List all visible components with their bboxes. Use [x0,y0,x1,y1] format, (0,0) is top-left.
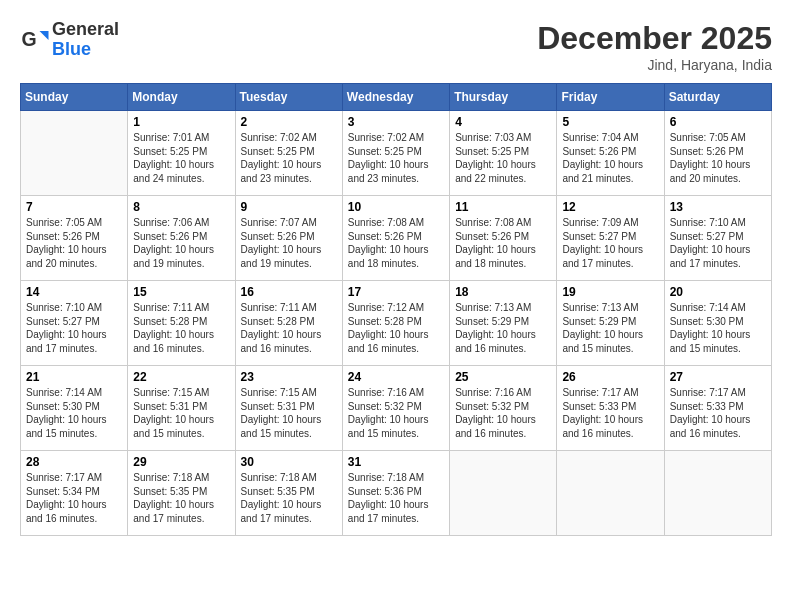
calendar-cell: 23Sunrise: 7:15 AMSunset: 5:31 PMDayligh… [235,366,342,451]
day-number: 14 [26,285,122,299]
logo: G General Blue [20,20,119,60]
calendar-cell: 15Sunrise: 7:11 AMSunset: 5:28 PMDayligh… [128,281,235,366]
cell-info: Sunrise: 7:13 AMSunset: 5:29 PMDaylight:… [562,301,658,355]
cell-info: Sunrise: 7:14 AMSunset: 5:30 PMDaylight:… [26,386,122,440]
day-number: 11 [455,200,551,214]
day-number: 25 [455,370,551,384]
cell-info: Sunrise: 7:04 AMSunset: 5:26 PMDaylight:… [562,131,658,185]
day-number: 19 [562,285,658,299]
weekday-header-monday: Monday [128,84,235,111]
location: Jind, Haryana, India [537,57,772,73]
calendar-cell: 11Sunrise: 7:08 AMSunset: 5:26 PMDayligh… [450,196,557,281]
calendar-cell [21,111,128,196]
cell-info: Sunrise: 7:05 AMSunset: 5:26 PMDaylight:… [26,216,122,270]
day-number: 18 [455,285,551,299]
cell-info: Sunrise: 7:06 AMSunset: 5:26 PMDaylight:… [133,216,229,270]
calendar-week-row: 21Sunrise: 7:14 AMSunset: 5:30 PMDayligh… [21,366,772,451]
calendar-cell: 5Sunrise: 7:04 AMSunset: 5:26 PMDaylight… [557,111,664,196]
day-number: 13 [670,200,766,214]
cell-info: Sunrise: 7:17 AMSunset: 5:34 PMDaylight:… [26,471,122,525]
cell-info: Sunrise: 7:15 AMSunset: 5:31 PMDaylight:… [133,386,229,440]
calendar-cell: 29Sunrise: 7:18 AMSunset: 5:35 PMDayligh… [128,451,235,536]
calendar-cell [450,451,557,536]
month-title: December 2025 [537,20,772,57]
cell-info: Sunrise: 7:02 AMSunset: 5:25 PMDaylight:… [348,131,444,185]
cell-info: Sunrise: 7:17 AMSunset: 5:33 PMDaylight:… [670,386,766,440]
calendar-week-row: 1Sunrise: 7:01 AMSunset: 5:25 PMDaylight… [21,111,772,196]
cell-info: Sunrise: 7:16 AMSunset: 5:32 PMDaylight:… [455,386,551,440]
calendar-table: SundayMondayTuesdayWednesdayThursdayFrid… [20,83,772,536]
cell-info: Sunrise: 7:18 AMSunset: 5:35 PMDaylight:… [241,471,337,525]
calendar-cell [557,451,664,536]
calendar-cell: 13Sunrise: 7:10 AMSunset: 5:27 PMDayligh… [664,196,771,281]
calendar-cell: 26Sunrise: 7:17 AMSunset: 5:33 PMDayligh… [557,366,664,451]
day-number: 10 [348,200,444,214]
calendar-cell: 17Sunrise: 7:12 AMSunset: 5:28 PMDayligh… [342,281,449,366]
cell-info: Sunrise: 7:18 AMSunset: 5:35 PMDaylight:… [133,471,229,525]
day-number: 26 [562,370,658,384]
weekday-header-sunday: Sunday [21,84,128,111]
day-number: 30 [241,455,337,469]
cell-info: Sunrise: 7:11 AMSunset: 5:28 PMDaylight:… [133,301,229,355]
logo-icon: G [20,25,50,55]
calendar-cell: 4Sunrise: 7:03 AMSunset: 5:25 PMDaylight… [450,111,557,196]
calendar-cell: 21Sunrise: 7:14 AMSunset: 5:30 PMDayligh… [21,366,128,451]
cell-info: Sunrise: 7:14 AMSunset: 5:30 PMDaylight:… [670,301,766,355]
calendar-week-row: 14Sunrise: 7:10 AMSunset: 5:27 PMDayligh… [21,281,772,366]
calendar-cell: 20Sunrise: 7:14 AMSunset: 5:30 PMDayligh… [664,281,771,366]
weekday-header-friday: Friday [557,84,664,111]
cell-info: Sunrise: 7:02 AMSunset: 5:25 PMDaylight:… [241,131,337,185]
cell-info: Sunrise: 7:08 AMSunset: 5:26 PMDaylight:… [455,216,551,270]
cell-info: Sunrise: 7:11 AMSunset: 5:28 PMDaylight:… [241,301,337,355]
calendar-week-row: 28Sunrise: 7:17 AMSunset: 5:34 PMDayligh… [21,451,772,536]
calendar-cell: 3Sunrise: 7:02 AMSunset: 5:25 PMDaylight… [342,111,449,196]
calendar-cell: 28Sunrise: 7:17 AMSunset: 5:34 PMDayligh… [21,451,128,536]
calendar-cell: 10Sunrise: 7:08 AMSunset: 5:26 PMDayligh… [342,196,449,281]
day-number: 3 [348,115,444,129]
cell-info: Sunrise: 7:01 AMSunset: 5:25 PMDaylight:… [133,131,229,185]
calendar-cell: 30Sunrise: 7:18 AMSunset: 5:35 PMDayligh… [235,451,342,536]
weekday-header-tuesday: Tuesday [235,84,342,111]
page-header: G General Blue December 2025 Jind, Harya… [20,20,772,73]
day-number: 7 [26,200,122,214]
title-block: December 2025 Jind, Haryana, India [537,20,772,73]
calendar-cell: 24Sunrise: 7:16 AMSunset: 5:32 PMDayligh… [342,366,449,451]
day-number: 22 [133,370,229,384]
calendar-cell: 19Sunrise: 7:13 AMSunset: 5:29 PMDayligh… [557,281,664,366]
calendar-cell: 14Sunrise: 7:10 AMSunset: 5:27 PMDayligh… [21,281,128,366]
calendar-cell: 25Sunrise: 7:16 AMSunset: 5:32 PMDayligh… [450,366,557,451]
calendar-cell: 1Sunrise: 7:01 AMSunset: 5:25 PMDaylight… [128,111,235,196]
day-number: 5 [562,115,658,129]
weekday-header-thursday: Thursday [450,84,557,111]
cell-info: Sunrise: 7:18 AMSunset: 5:36 PMDaylight:… [348,471,444,525]
cell-info: Sunrise: 7:15 AMSunset: 5:31 PMDaylight:… [241,386,337,440]
day-number: 28 [26,455,122,469]
calendar-cell: 18Sunrise: 7:13 AMSunset: 5:29 PMDayligh… [450,281,557,366]
weekday-header-saturday: Saturday [664,84,771,111]
logo-blue-text: Blue [52,40,119,60]
cell-info: Sunrise: 7:16 AMSunset: 5:32 PMDaylight:… [348,386,444,440]
calendar-cell: 31Sunrise: 7:18 AMSunset: 5:36 PMDayligh… [342,451,449,536]
day-number: 1 [133,115,229,129]
logo-text: General Blue [52,20,119,60]
day-number: 4 [455,115,551,129]
cell-info: Sunrise: 7:13 AMSunset: 5:29 PMDaylight:… [455,301,551,355]
day-number: 6 [670,115,766,129]
svg-text:G: G [22,28,37,50]
weekday-header-wednesday: Wednesday [342,84,449,111]
day-number: 2 [241,115,337,129]
calendar-cell: 16Sunrise: 7:11 AMSunset: 5:28 PMDayligh… [235,281,342,366]
day-number: 23 [241,370,337,384]
day-number: 17 [348,285,444,299]
day-number: 12 [562,200,658,214]
cell-info: Sunrise: 7:09 AMSunset: 5:27 PMDaylight:… [562,216,658,270]
calendar-cell: 6Sunrise: 7:05 AMSunset: 5:26 PMDaylight… [664,111,771,196]
calendar-cell: 2Sunrise: 7:02 AMSunset: 5:25 PMDaylight… [235,111,342,196]
cell-info: Sunrise: 7:10 AMSunset: 5:27 PMDaylight:… [670,216,766,270]
weekday-header-row: SundayMondayTuesdayWednesdayThursdayFrid… [21,84,772,111]
calendar-cell: 27Sunrise: 7:17 AMSunset: 5:33 PMDayligh… [664,366,771,451]
day-number: 27 [670,370,766,384]
calendar-cell: 8Sunrise: 7:06 AMSunset: 5:26 PMDaylight… [128,196,235,281]
calendar-cell: 7Sunrise: 7:05 AMSunset: 5:26 PMDaylight… [21,196,128,281]
calendar-cell: 22Sunrise: 7:15 AMSunset: 5:31 PMDayligh… [128,366,235,451]
